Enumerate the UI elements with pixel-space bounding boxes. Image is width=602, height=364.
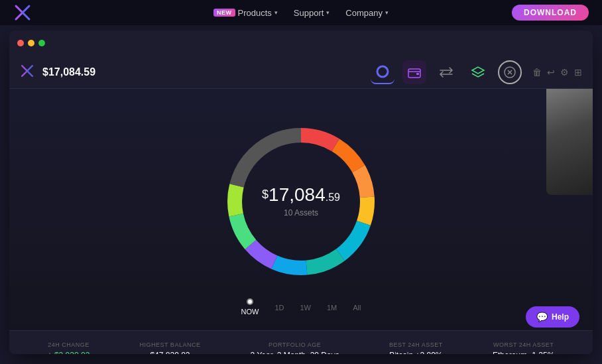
nav-company[interactable]: Company ▾ (340, 5, 394, 21)
stat-portfolio-age: Portfolio Age 2 Year, 3 Month, 30 Days (251, 341, 339, 355)
stat-24h-change: 24h Change + $2,930.03 (48, 341, 90, 355)
nav-support[interactable]: Support ▾ (288, 5, 335, 21)
title-bar (9, 30, 593, 56)
stat-24h-change-label: 24h Change (48, 341, 90, 348)
minimize-dot[interactable] (28, 40, 34, 46)
wallet-tab[interactable] (402, 60, 426, 84)
settings-icon[interactable]: ⚙ (560, 67, 569, 78)
toolbar-logo (20, 64, 34, 81)
svg-point-1 (380, 69, 385, 74)
download-button[interactable]: DOWNLOAD (512, 5, 589, 21)
stat-highest-balance: Highest Balance $47,839.82 (140, 341, 201, 355)
stat-best-asset-value: Bitcoin +2.89% (389, 351, 443, 355)
donut-center: $17,084.59 10 Assets (262, 186, 340, 217)
svg-rect-3 (416, 73, 419, 75)
stat-best-asset: Best 24H Asset Bitcoin +2.89% (389, 341, 443, 355)
company-chevron-icon: ▾ (385, 9, 389, 16)
time-now-button[interactable]: NOW (239, 306, 262, 317)
app-window: $17,084.59 (9, 30, 593, 354)
toolbar: $17,084.59 (9, 56, 593, 89)
stat-worst-asset: Worst 24H Asset Ethereum -1,25% (493, 341, 554, 355)
support-chevron-icon: ▾ (326, 9, 330, 16)
stats-bar: 24h Change + $2,930.03 Highest Balance $… (9, 330, 593, 354)
trash-icon[interactable]: 🗑 (532, 67, 542, 78)
stat-highest-balance-label: Highest Balance (140, 341, 201, 348)
time-1w-button[interactable]: 1W (297, 302, 314, 313)
stat-worst-asset-value: Ethereum -1,25% (493, 351, 554, 355)
assets-label: 10 Assets (262, 208, 340, 217)
time-1m-button[interactable]: 1M (324, 302, 339, 313)
navigation: NEW Products ▾ Support ▾ Company ▾ DOWNL… (0, 0, 602, 25)
grid-icon[interactable]: ⊞ (574, 67, 582, 78)
products-chevron-icon: ▾ (274, 9, 278, 16)
x-circle-tab[interactable] (498, 60, 522, 84)
company-label: Company (345, 8, 383, 18)
help-button[interactable]: 💬 Help (526, 306, 579, 328)
dollar-sign: $ (262, 188, 269, 200)
donut-chart: $17,084.59 10 Assets (215, 115, 387, 288)
time-now-wrapper: NOW (239, 298, 262, 317)
help-label: Help (552, 312, 569, 322)
stat-best-asset-label: Best 24H Asset (389, 341, 443, 348)
maximize-dot[interactable] (38, 40, 45, 46)
logo (13, 3, 32, 22)
stack-tab[interactable] (466, 60, 490, 84)
support-label: Support (294, 8, 324, 18)
donut-amount: $17,084.59 (262, 186, 340, 204)
undo-icon[interactable]: ↩ (547, 67, 555, 78)
portfolio-value: $17,084.59 (42, 66, 95, 78)
nav-products[interactable]: NEW Products ▾ (208, 5, 283, 21)
help-chat-icon: 💬 (536, 312, 548, 322)
stat-worst-asset-label: Worst 24H Asset (493, 341, 554, 348)
stat-24h-change-value: + $2,930.03 (48, 351, 90, 355)
stat-highest-balance-value: $47,839.82 (140, 351, 201, 355)
main-content: $17,084.59 10 Assets NOW 1D 1W 1M All (9, 89, 593, 330)
new-badge: NEW (213, 9, 235, 17)
time-dot-indicator (247, 298, 253, 305)
time-selector: NOW 1D 1W 1M All (239, 298, 364, 317)
action-icons: 🗑 ↩ ⚙ ⊞ (532, 67, 582, 78)
close-dot[interactable] (17, 40, 24, 46)
tool-icons (371, 60, 522, 84)
time-1d-button[interactable]: 1D (272, 302, 286, 313)
chart-area: $17,084.59 10 Assets NOW 1D 1W 1M All (9, 89, 593, 330)
amount-cents: .59 (326, 192, 340, 203)
time-all-button[interactable]: All (350, 302, 363, 313)
stat-portfolio-age-value: 2 Year, 3 Month, 30 Days (251, 351, 339, 355)
amount-main: 17,084 (269, 184, 326, 205)
transfer-tab[interactable] (434, 60, 458, 84)
donut-chart-tab[interactable] (371, 60, 394, 84)
products-label: Products (238, 8, 272, 18)
stat-portfolio-age-label: Portfolio Age (251, 341, 339, 348)
